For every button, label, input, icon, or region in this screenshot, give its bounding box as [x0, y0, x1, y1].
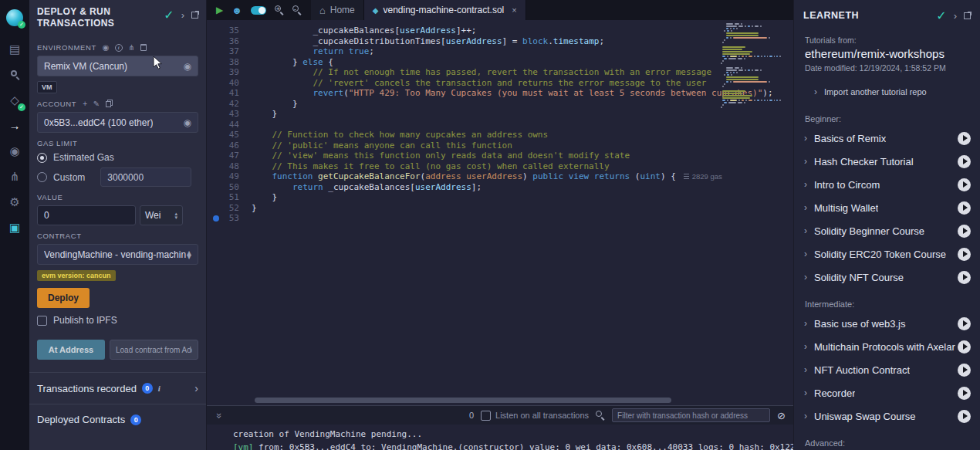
- tutorial-item[interactable]: ›Recorder: [794, 381, 980, 404]
- tutorial-item[interactable]: ›Uniswap Swap Course: [794, 404, 980, 428]
- terminal-filter-input[interactable]: [612, 408, 770, 422]
- custom-gas-input[interactable]: [100, 167, 191, 187]
- open-window-icon[interactable]: [964, 12, 971, 19]
- import-tutorial-repo[interactable]: › Import another tutorial repo: [794, 73, 980, 99]
- breakpoint-dot[interactable]: [213, 215, 219, 222]
- line-number-gutter[interactable]: 47: [207, 151, 252, 161]
- listen-all-checkbox[interactable]: [481, 411, 491, 421]
- line-number-gutter[interactable]: 48: [207, 161, 252, 172]
- estimated-gas-radio[interactable]: [37, 153, 47, 163]
- line-number-gutter[interactable]: 44: [207, 120, 252, 130]
- plugin-manager-icon[interactable]: ⚙: [0, 189, 29, 215]
- source-control-icon[interactable]: ⋔: [0, 164, 29, 189]
- chevron-right-icon[interactable]: ›: [181, 12, 184, 19]
- tutorial-item[interactable]: ›Solidity ERC20 Token Course: [794, 242, 980, 266]
- value-input[interactable]: [37, 205, 136, 225]
- contract-select[interactable]: VendingMachine - vending-machin ▴ ▾: [37, 244, 198, 265]
- zoom-in-icon[interactable]: +: [275, 5, 284, 15]
- info-icon[interactable]: i: [158, 384, 161, 393]
- play-tutorial-button[interactable]: [958, 155, 971, 168]
- deploy-button[interactable]: Deploy: [37, 288, 90, 308]
- tutorial-item[interactable]: ›Basic use of web3.js: [794, 312, 980, 335]
- search-icon[interactable]: [0, 62, 29, 87]
- chevron-right-icon: ›: [804, 156, 807, 167]
- line-number-gutter[interactable]: 42: [207, 99, 252, 110]
- play-tutorial-button[interactable]: [958, 364, 971, 377]
- custom-gas-radio[interactable]: [37, 172, 47, 182]
- pin-icon[interactable]: ◉: [184, 61, 191, 72]
- tab-vending-machine-contract[interactable]: ◆ vending-machine-contract.sol ×: [364, 0, 526, 20]
- account-select[interactable]: 0x5B3...eddC4 (100 ether) ◉: [37, 112, 198, 133]
- line-number-gutter[interactable]: 51: [207, 192, 252, 203]
- run-script-icon[interactable]: ▶: [216, 5, 223, 15]
- line-number-gutter[interactable]: 52: [207, 203, 252, 214]
- transactions-recorded-row[interactable]: Transactions recorded 0 i ›: [29, 372, 206, 404]
- tutorial-item[interactable]: ›Basics of Remix: [794, 127, 980, 150]
- play-tutorial-button[interactable]: [958, 410, 971, 423]
- tutorial-item[interactable]: ›Multisig Wallet: [794, 196, 980, 219]
- remix-logo[interactable]: ✓: [0, 5, 29, 30]
- line-number-gutter[interactable]: 39: [207, 67, 252, 78]
- minimap[interactable]: [721, 23, 781, 111]
- tutorial-item[interactable]: ›NFT Auction Contract: [794, 358, 980, 381]
- play-tutorial-button[interactable]: [958, 225, 971, 238]
- terminal-search-icon[interactable]: [596, 411, 605, 420]
- tab-home[interactable]: ⌂ Home: [311, 0, 364, 20]
- file-explorer-icon[interactable]: ▤: [0, 36, 29, 62]
- deploy-run-icon[interactable]: →: [0, 113, 29, 138]
- play-tutorial-button[interactable]: [958, 248, 971, 261]
- line-number-gutter[interactable]: 35: [207, 25, 252, 36]
- learneth-plugin-icon[interactable]: ▣: [0, 215, 29, 240]
- deployed-contracts-row[interactable]: Deployed Contracts 0: [29, 404, 206, 435]
- debugger-icon[interactable]: ◉: [0, 138, 29, 164]
- open-window-icon[interactable]: [191, 12, 198, 19]
- clear-terminal-icon[interactable]: ⊘: [777, 410, 786, 421]
- horizontal-scrollbar[interactable]: [255, 398, 671, 403]
- line-number-gutter[interactable]: 53: [207, 213, 252, 224]
- zoom-out-icon[interactable]: -: [292, 5, 302, 15]
- copy-account-icon[interactable]: [106, 101, 111, 107]
- live-mode-toggle-icon[interactable]: [251, 6, 266, 15]
- at-address-input[interactable]: [110, 340, 198, 360]
- close-tab-icon[interactable]: ×: [512, 5, 516, 15]
- environment-select[interactable]: Remix VM (Cancun) ◉: [37, 56, 198, 76]
- tutorial-item[interactable]: ›Intro to Circom: [794, 173, 980, 196]
- play-tutorial-button[interactable]: [958, 178, 971, 191]
- tutorial-item[interactable]: ›Solidity Beginner Course: [794, 219, 980, 242]
- line-number-gutter[interactable]: 40: [207, 78, 252, 89]
- code-editor[interactable]: 35 _cupcakeBalances[userAddress]++;36 _c…: [207, 20, 793, 405]
- fork-state-icon[interactable]: ⋔: [128, 43, 135, 52]
- tutorial-item[interactable]: ›Solidity NFT Course: [794, 266, 980, 289]
- vm-state-icon[interactable]: ◉: [103, 43, 110, 52]
- info-icon[interactable]: i: [115, 44, 123, 52]
- tutorial-item[interactable]: ›Multichain Protocols with Axelar: [794, 335, 980, 358]
- edit-account-icon[interactable]: ✎: [93, 100, 100, 108]
- line-number-gutter[interactable]: 49: [207, 171, 252, 182]
- collapse-terminal-icon[interactable]: »: [214, 411, 225, 420]
- delete-state-icon[interactable]: [140, 44, 147, 51]
- play-tutorial-button[interactable]: [958, 132, 971, 145]
- at-address-button[interactable]: At Address: [37, 340, 105, 360]
- line-number-gutter[interactable]: 41: [207, 88, 252, 99]
- play-tutorial-button[interactable]: [958, 387, 971, 400]
- line-number-gutter[interactable]: 50: [207, 182, 252, 193]
- account-detail-icon[interactable]: ◉: [184, 117, 191, 128]
- user-verified-icon[interactable]: ☻: [231, 5, 242, 16]
- line-number-gutter[interactable]: 45: [207, 130, 252, 140]
- line-number-gutter[interactable]: 38: [207, 57, 252, 68]
- add-account-icon[interactable]: +: [83, 100, 87, 108]
- line-number-gutter[interactable]: 46: [207, 140, 252, 151]
- chevron-right-icon[interactable]: ›: [194, 382, 198, 394]
- solidity-compiler-icon[interactable]: ◇✓: [0, 87, 29, 113]
- line-number-gutter[interactable]: 37: [207, 46, 252, 57]
- line-number-gutter[interactable]: 43: [207, 109, 252, 120]
- play-tutorial-button[interactable]: [958, 271, 971, 284]
- value-unit-select[interactable]: Wei ▴ ▾: [140, 205, 183, 225]
- play-tutorial-button[interactable]: [958, 201, 971, 215]
- play-tutorial-button[interactable]: [958, 317, 971, 330]
- chevron-right-icon[interactable]: ›: [954, 12, 957, 20]
- tutorial-item[interactable]: ›Hash Checker Tutorial: [794, 150, 980, 173]
- play-tutorial-button[interactable]: [958, 340, 971, 354]
- line-number-gutter[interactable]: 36: [207, 36, 252, 47]
- publish-ipfs-checkbox[interactable]: [37, 316, 47, 326]
